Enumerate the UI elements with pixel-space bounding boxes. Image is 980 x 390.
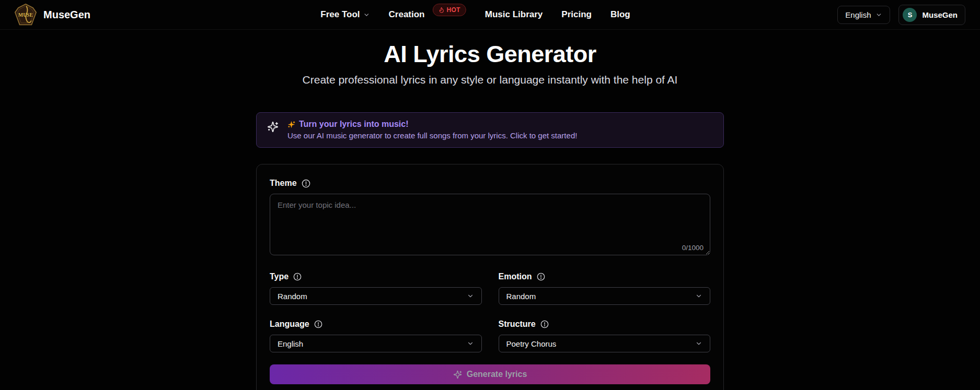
banner-text: Turn your lyrics into music! Use our AI … (287, 120, 577, 140)
flame-icon (439, 7, 445, 13)
structure-label: Structure (499, 320, 536, 329)
user-name: MuseGen (922, 10, 958, 19)
sparkles-emoji-icon (287, 121, 295, 128)
language-selector-value: English (845, 10, 871, 19)
nav-free-tool-label: Free Tool (320, 9, 360, 20)
nav-creation[interactable]: Creation HOT (389, 8, 466, 21)
language-label: Language (270, 320, 309, 329)
nav-creation-label: Creation (389, 9, 425, 20)
user-account-button[interactable]: S MuseGen (898, 5, 965, 25)
language-select-value: English (278, 339, 303, 348)
emotion-label: Emotion (499, 272, 532, 281)
type-field: Type Random (270, 272, 482, 305)
hot-badge: HOT (433, 4, 466, 16)
header-right: English S MuseGen (837, 5, 965, 25)
nav-pricing-label: Pricing (561, 9, 592, 20)
brand-logo-icon: MUSE (15, 4, 37, 26)
hot-badge-label: HOT (447, 6, 460, 14)
theme-input[interactable] (270, 194, 710, 255)
structure-select[interactable]: Poetry Chorus (499, 335, 711, 352)
avatar: S (903, 8, 917, 22)
top-nav-bar: MUSE MuseGen Free Tool Creation HOT Musi… (0, 0, 980, 30)
chevron-down-icon (363, 11, 370, 18)
info-icon[interactable] (537, 273, 545, 281)
emotion-select[interactable]: Random (499, 287, 711, 305)
chevron-down-icon (695, 340, 702, 347)
brand[interactable]: MUSE MuseGen (15, 4, 90, 26)
nav-music-library[interactable]: Music Library (485, 9, 543, 20)
generate-lyrics-button[interactable]: Generate lyrics (270, 364, 710, 384)
hero: AI Lyrics Generator Create professional … (0, 41, 980, 86)
info-icon[interactable] (314, 320, 322, 328)
nav-blog-label: Blog (610, 9, 630, 20)
type-select-value: Random (278, 292, 307, 301)
nav-blog[interactable]: Blog (610, 9, 630, 20)
chevron-down-icon (695, 292, 702, 300)
chevron-down-icon (467, 292, 474, 300)
sparkle-icon (453, 370, 462, 379)
structure-select-value: Poetry Chorus (506, 339, 557, 348)
logo-text: MUSE (18, 12, 33, 18)
language-selector[interactable]: English (837, 6, 890, 24)
lyrics-form-card: Theme 0/1000 Type Random (256, 164, 724, 390)
nav-music-library-label: Music Library (485, 9, 543, 20)
generate-lyrics-label: Generate lyrics (467, 370, 527, 379)
sparkles-icon (267, 121, 279, 133)
info-icon[interactable] (302, 179, 310, 188)
language-select[interactable]: English (270, 335, 482, 352)
main-nav: Free Tool Creation HOT Music Library Pri… (320, 8, 630, 21)
nav-free-tool[interactable]: Free Tool (320, 9, 370, 20)
brand-name: MuseGen (43, 9, 90, 21)
type-label: Type (270, 272, 289, 281)
theme-label: Theme (270, 179, 297, 188)
structure-field: Structure Poetry Chorus (499, 320, 711, 352)
language-field: Language English (270, 320, 482, 352)
chevron-down-icon (875, 11, 882, 18)
info-icon[interactable] (293, 273, 302, 281)
page-title: AI Lyrics Generator (0, 41, 980, 68)
banner-title: Turn your lyrics into music! (299, 120, 409, 129)
emotion-field: Emotion Random (499, 272, 711, 305)
banner-body: Use our AI music generator to create ful… (287, 131, 577, 140)
type-select[interactable]: Random (270, 287, 482, 305)
emotion-select-value: Random (506, 292, 536, 301)
chevron-down-icon (467, 340, 474, 347)
nav-pricing[interactable]: Pricing (561, 9, 592, 20)
music-promo-banner[interactable]: Turn your lyrics into music! Use our AI … (256, 112, 724, 148)
info-icon[interactable] (540, 320, 549, 328)
page-subtitle: Create professional lyrics in any style … (0, 74, 980, 86)
